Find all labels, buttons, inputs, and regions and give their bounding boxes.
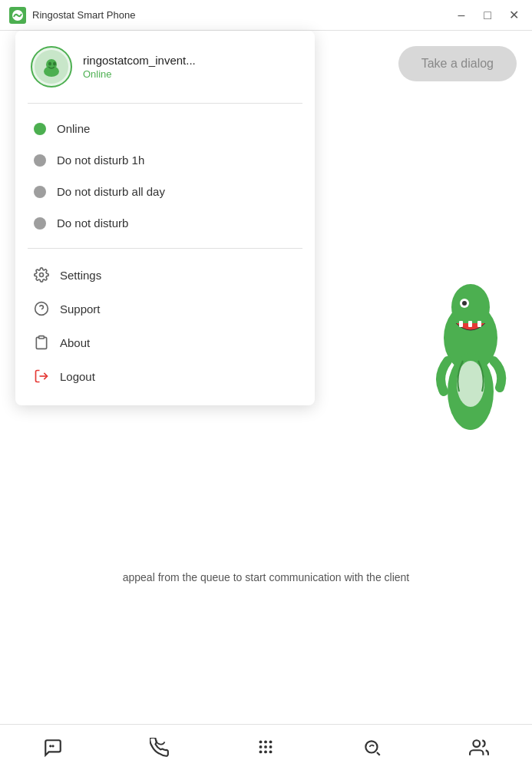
app-title: Ringostat Smart Phone [32, 9, 452, 21]
take-dialog-area: Take a dialog [398, 46, 517, 81]
app-logo [9, 7, 26, 24]
svg-point-22 [473, 740, 480, 747]
logout-item[interactable]: Logout [15, 359, 315, 393]
svg-point-9 [457, 361, 484, 407]
profile-info: ringostatcom_invent... Online [83, 54, 196, 80]
svg-point-27 [40, 273, 44, 277]
nav-chat[interactable] [34, 732, 72, 764]
maximize-button[interactable]: □ [478, 6, 497, 25]
status-dnd-1h-item[interactable]: Do not disturb 1h [15, 144, 315, 176]
nav-calls[interactable] [140, 732, 179, 764]
clipboard-icon [34, 335, 49, 350]
dnd-allday-dot [34, 186, 46, 198]
chat-icon [43, 738, 63, 758]
status-section: Online Do not disturb 1h Do not disturb … [15, 107, 315, 245]
svg-point-18 [259, 750, 263, 753]
close-button[interactable]: ✕ [504, 6, 523, 25]
svg-point-19 [265, 750, 268, 753]
dialpad-icon [256, 738, 276, 758]
logout-label: Logout [60, 370, 95, 383]
bottom-text: appeal from the queue to start communica… [123, 571, 410, 583]
settings-item[interactable]: Settings [15, 258, 315, 292]
svg-rect-5 [459, 321, 463, 327]
avatar [31, 46, 72, 88]
svg-point-13 [265, 740, 268, 743]
support-label: Support [60, 302, 101, 316]
dnd-1h-label: Do not disturb 1h [57, 154, 144, 167]
gear-icon [34, 267, 49, 283]
divider-2 [28, 248, 302, 249]
profile-status-text: Online [83, 68, 196, 80]
calls-icon [150, 738, 170, 758]
video-icon [362, 738, 382, 758]
profile-section[interactable]: ringostatcom_invent... Online [15, 31, 315, 100]
svg-point-21 [365, 741, 377, 752]
bottom-text-area: appeal from the queue to start communica… [0, 570, 532, 586]
nav-video[interactable] [353, 732, 392, 764]
nav-contacts[interactable] [460, 732, 498, 764]
svg-point-26 [53, 62, 56, 66]
svg-rect-7 [477, 321, 481, 327]
about-item[interactable]: About [15, 326, 315, 359]
svg-point-16 [265, 745, 268, 748]
svg-point-12 [259, 740, 263, 743]
support-item[interactable]: Support [15, 292, 315, 326]
avatar-image [39, 55, 64, 79]
help-circle-icon [34, 301, 49, 316]
nav-dialpad[interactable] [246, 732, 285, 764]
online-label: Online [57, 122, 90, 135]
svg-point-25 [48, 62, 51, 66]
status-online-item[interactable]: Online [15, 113, 315, 144]
settings-label: Settings [60, 269, 101, 282]
svg-point-10 [49, 745, 51, 747]
svg-point-14 [269, 740, 273, 743]
contacts-icon [469, 738, 489, 758]
dnd-allday-label: Do not disturb all day [57, 185, 165, 198]
svg-point-15 [259, 745, 263, 748]
mascot [432, 261, 509, 461]
profile-name: ringostatcom_invent... [83, 54, 196, 67]
status-dnd-item[interactable]: Do not disturb [15, 207, 315, 239]
divider-1 [28, 103, 302, 104]
window-controls: – □ ✕ [452, 6, 523, 25]
dropdown-menu: ringostatcom_invent... Online Online Do … [15, 31, 315, 405]
take-dialog-button[interactable]: Take a dialog [398, 46, 517, 81]
avatar-inner [35, 50, 68, 84]
svg-rect-6 [468, 321, 472, 327]
title-bar: Ringostat Smart Phone – □ ✕ [0, 0, 532, 31]
mascot-svg [432, 261, 509, 445]
dnd-dot [34, 217, 46, 230]
dnd-label: Do not disturb [57, 216, 128, 230]
svg-point-20 [269, 750, 273, 753]
minimize-button[interactable]: – [452, 6, 471, 25]
svg-point-17 [269, 745, 273, 748]
dnd-1h-dot [34, 154, 46, 167]
action-section: Settings Support About [15, 252, 315, 399]
about-label: About [60, 336, 90, 349]
svg-rect-30 [39, 336, 45, 339]
logout-icon [34, 368, 49, 384]
status-dnd-allday-item[interactable]: Do not disturb all day [15, 176, 315, 207]
svg-point-11 [52, 745, 55, 747]
online-dot [34, 123, 46, 135]
svg-point-4 [462, 301, 467, 306]
bottom-nav [0, 724, 532, 770]
